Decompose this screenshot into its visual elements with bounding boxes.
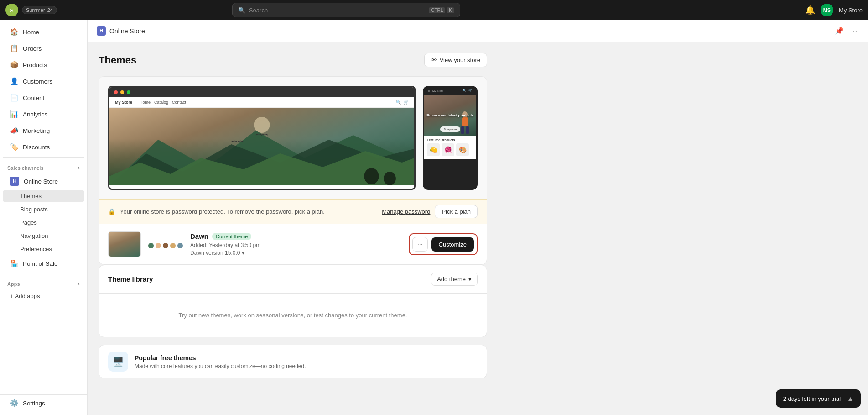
mobile-store-name: My Store: [432, 89, 443, 92]
add-apps-label: + Add apps: [10, 293, 40, 299]
preview-nav: My Store Home Catalog Contact 🔍 🛒: [109, 97, 414, 108]
breadcrumb: Online Store: [109, 27, 145, 35]
add-theme-button[interactable]: Add theme ▾: [431, 273, 478, 286]
svg-point-5: [364, 168, 379, 184]
sidebar-item-settings[interactable]: ⚙️ Settings: [3, 395, 84, 411]
navigation-label: Navigation: [20, 232, 48, 239]
desktop-bar: [109, 87, 414, 97]
page-header: H Online Store 📌 ···: [88, 20, 868, 42]
more-actions-button[interactable]: ···: [849, 25, 859, 37]
view-store-button[interactable]: 👁 View your store: [424, 53, 487, 67]
desktop-content: My Store Home Catalog Contact 🔍 🛒: [109, 97, 414, 189]
preview-cart-icon: 🛒: [404, 100, 409, 105]
search-input[interactable]: [249, 7, 425, 14]
theme-library-empty-message: Try out new themes, work on seasonal ver…: [179, 312, 407, 319]
pick-plan-button[interactable]: Pick a plan: [435, 205, 478, 218]
mobile-product-row: 🍋 🧶 🎨: [427, 143, 473, 156]
mobile-menu-icon: ≡: [428, 89, 430, 93]
online-store-breadcrumb-icon: H: [97, 26, 106, 36]
product-item-1: 🍋: [427, 143, 440, 156]
ctrl-key: CTRL: [429, 7, 445, 13]
topbar: S Summer '24 🔍 CTRL K 🔔 MS My Store: [0, 0, 868, 20]
eye-icon: 👁: [431, 57, 437, 63]
expand-icon[interactable]: ›: [78, 165, 80, 171]
sidebar-item-content[interactable]: 📄 Content: [3, 90, 84, 105]
sidebar-item-customers[interactable]: 👤 Customers: [3, 74, 84, 89]
sidebar-item-orders[interactable]: 📋 Orders: [3, 41, 84, 56]
sidebar: 🏠 Home 📋 Orders 📦 Products 👤 Customers 📄…: [0, 20, 88, 415]
content-icon: 📄: [10, 94, 18, 102]
popular-themes-icon: 🖥️: [108, 352, 128, 372]
svg-text:S: S: [10, 7, 13, 14]
sidebar-item-label: Products: [23, 62, 47, 68]
theme-preview-images: My Store Home Catalog Contact 🔍 🛒: [99, 77, 487, 199]
apps-expand-icon[interactable]: ›: [78, 281, 80, 287]
sidebar-item-point-of-sale[interactable]: 🏪 Point of Sale: [3, 256, 84, 271]
sidebar-item-products[interactable]: 📦 Products: [3, 57, 84, 73]
sidebar-sub-item-blog-posts[interactable]: Blog posts: [3, 203, 84, 215]
page-header-actions: 📌 ···: [833, 25, 859, 37]
preferences-label: Preferences: [20, 246, 52, 252]
kbd-shortcut: CTRL K: [429, 7, 454, 13]
password-warning-text: Your online store is password protected.…: [120, 208, 377, 215]
preview-hero: [109, 108, 414, 185]
pin-button[interactable]: 📌: [833, 25, 846, 37]
notification-icon[interactable]: 🔔: [805, 5, 815, 15]
topbar-right: 🔔 MS My Store: [805, 4, 863, 16]
trial-banner-chevron[interactable]: ▲: [847, 395, 853, 402]
theme-version-row[interactable]: Dawn version 15.0.0 ▾: [190, 250, 401, 256]
discounts-icon: 🏷️: [10, 143, 18, 151]
svg-point-6: [384, 172, 396, 185]
sidebar-item-marketing[interactable]: 📣 Marketing: [3, 123, 84, 138]
avatar[interactable]: MS: [821, 4, 833, 16]
swatch-1: [148, 243, 154, 248]
customize-button[interactable]: Customize: [431, 237, 474, 252]
theme-more-button[interactable]: ···: [412, 237, 428, 252]
pages-label: Pages: [20, 219, 37, 226]
content-area: H Online Store 📌 ··· Themes 👁 View your …: [88, 20, 868, 415]
current-theme-badge: Current theme: [212, 233, 251, 240]
swatch-3: [163, 243, 168, 248]
mobile-hero-text: Browse our latest products: [426, 113, 474, 117]
sidebar-item-analytics[interactable]: 📊 Analytics: [3, 106, 84, 122]
mobile-cta: Shop now: [440, 126, 461, 132]
sidebar-item-label: Customers: [23, 78, 52, 85]
store-name: My Store: [839, 7, 863, 14]
mobile-hero: Browse our latest products Shop now: [424, 95, 476, 136]
theme-color-swatches: [148, 243, 183, 248]
theme-thumbnail: [108, 231, 141, 257]
mobile-search-icon: 🔍: [463, 89, 467, 93]
lock-icon: 🔒: [108, 208, 115, 215]
manage-password-link[interactable]: Manage password: [382, 208, 430, 215]
theme-swatch-col: [148, 240, 183, 248]
popular-themes-text: Popular free themes Made with core featu…: [135, 354, 306, 369]
sidebar-item-home[interactable]: 🏠 Home: [3, 24, 84, 40]
theme-preview-card: My Store Home Catalog Contact 🔍 🛒: [99, 76, 487, 265]
sidebar-sub-item-pages[interactable]: Pages: [3, 216, 84, 229]
theme-library-header: Theme library Add theme ▾: [99, 265, 487, 294]
search-bar[interactable]: 🔍 CTRL K: [232, 3, 460, 17]
themes-header: Themes 👁 View your store: [99, 53, 487, 67]
sidebar-item-label: Home: [23, 29, 39, 36]
theme-library-title: Theme library: [108, 275, 153, 283]
sidebar-add-apps[interactable]: + Add apps: [3, 289, 84, 303]
sidebar-item-discounts[interactable]: 🏷️ Discounts: [3, 139, 84, 155]
themes-label: Themes: [20, 193, 42, 200]
sidebar-item-label: Marketing: [23, 127, 50, 134]
summer-badge: Summer '24: [22, 6, 57, 14]
svg-rect-8: [462, 117, 468, 126]
sidebar-item-online-store[interactable]: H Online Store: [3, 173, 84, 189]
mobile-products: Featured products 🍋 🧶 🎨: [424, 136, 476, 159]
main-content: Themes 👁 View your store: [88, 42, 498, 397]
swatch-5: [177, 243, 183, 248]
mobile-cart-icon: 🛒: [468, 89, 473, 93]
preview-store-name: My Store: [115, 100, 132, 105]
pos-icon: 🏪: [10, 260, 18, 267]
sidebar-sub-item-navigation[interactable]: Navigation: [3, 230, 84, 242]
sidebar-sub-item-preferences[interactable]: Preferences: [3, 243, 84, 255]
current-theme-row: Dawn Current theme Added: Yesterday at 3…: [99, 224, 487, 264]
trial-label: 2 days left in your trial: [783, 395, 841, 402]
sidebar-sub-item-themes[interactable]: Themes: [3, 190, 84, 202]
preview-search-icon: 🔍: [396, 100, 401, 105]
sidebar-item-label: Analytics: [23, 111, 47, 118]
